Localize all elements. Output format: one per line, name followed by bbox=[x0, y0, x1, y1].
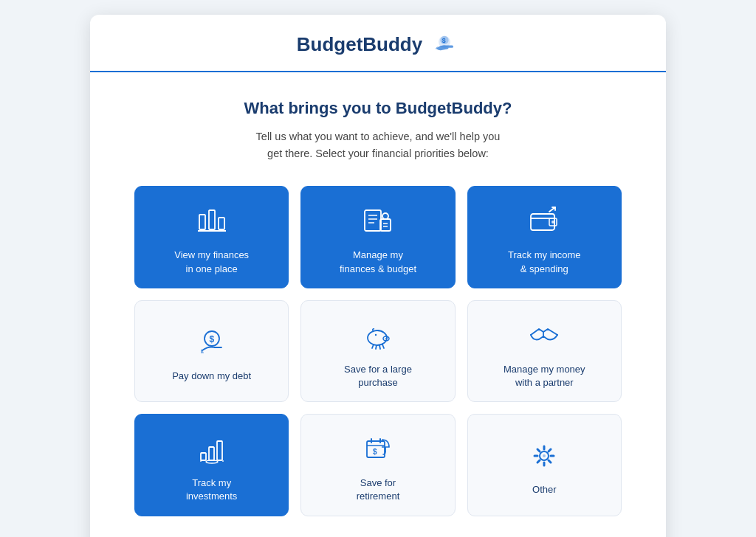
svg-rect-33 bbox=[209, 447, 214, 460]
svg-point-21 bbox=[368, 330, 387, 345]
app-window: BudgetBuddy $ What brings you to BudgetB… bbox=[90, 15, 666, 537]
card-view-finances[interactable]: View my financesin one place bbox=[134, 186, 289, 288]
svg-line-30 bbox=[382, 344, 384, 348]
handshake-icon bbox=[526, 317, 563, 354]
svg-rect-7 bbox=[365, 210, 381, 231]
investments-icon bbox=[193, 431, 230, 468]
page-title: What brings you to BudgetBuddy? bbox=[134, 99, 622, 118]
logo-text: BudgetBuddy bbox=[297, 33, 422, 56]
svg-line-52 bbox=[549, 460, 551, 462]
svg-rect-5 bbox=[219, 218, 224, 229]
card-save-purchase[interactable]: Save for a largepurchase bbox=[300, 300, 455, 402]
page-subtitle: Tell us what you want to achieve, and we… bbox=[134, 128, 622, 162]
card-save-purchase-label: Save for a largepurchase bbox=[344, 363, 412, 389]
card-manage-partner[interactable]: Manage my moneywith a partner bbox=[467, 300, 622, 402]
card-track-investments[interactable]: Track myinvestments bbox=[134, 414, 289, 516]
svg-text:$: $ bbox=[209, 334, 214, 344]
card-manage-budget-label: Manage myfinances & budget bbox=[340, 249, 416, 275]
svg-point-23 bbox=[385, 338, 386, 339]
retirement-icon: $ bbox=[360, 431, 396, 468]
svg-line-51 bbox=[537, 449, 540, 451]
svg-point-25 bbox=[375, 334, 377, 336]
card-view-finances-label: View my financesin one place bbox=[174, 249, 249, 275]
card-track-income-label: Track my income& spending bbox=[508, 249, 580, 275]
svg-rect-32 bbox=[201, 453, 206, 460]
card-save-retirement-label: Save forretirement bbox=[357, 477, 400, 503]
options-grid: View my financesin one place bbox=[134, 186, 622, 516]
card-manage-budget[interactable]: Manage myfinances & budget bbox=[300, 186, 455, 288]
svg-line-27 bbox=[372, 344, 374, 348]
app-header: BudgetBuddy $ bbox=[90, 15, 666, 72]
card-other[interactable]: Other bbox=[467, 414, 622, 516]
svg-text:$: $ bbox=[442, 37, 446, 44]
svg-point-35 bbox=[206, 460, 218, 463]
main-content: What brings you to BudgetBuddy? Tell us … bbox=[90, 72, 666, 537]
svg-point-17 bbox=[551, 221, 554, 224]
piggy-icon bbox=[360, 317, 396, 354]
gear-icon bbox=[526, 437, 563, 474]
debt-icon: $ bbox=[193, 324, 230, 361]
svg-rect-34 bbox=[217, 441, 222, 460]
chart-icon bbox=[193, 203, 230, 240]
svg-rect-15 bbox=[531, 214, 554, 230]
svg-line-53 bbox=[549, 449, 551, 451]
svg-rect-3 bbox=[199, 215, 205, 229]
svg-point-14 bbox=[382, 213, 388, 219]
svg-line-28 bbox=[376, 345, 377, 349]
card-manage-partner-label: Manage my moneywith a partner bbox=[504, 363, 585, 389]
svg-rect-11 bbox=[380, 219, 391, 231]
card-track-investments-label: Track myinvestments bbox=[186, 477, 237, 503]
svg-text:$: $ bbox=[373, 448, 377, 456]
budget-icon bbox=[360, 203, 396, 240]
card-pay-debt-label: Pay down my debt bbox=[172, 370, 251, 383]
card-other-label: Other bbox=[532, 483, 557, 496]
card-pay-debt[interactable]: $ Pay down my debt bbox=[134, 300, 289, 402]
svg-line-54 bbox=[537, 460, 540, 462]
svg-point-24 bbox=[386, 338, 388, 339]
card-save-retirement[interactable]: $ Save forretirement bbox=[300, 414, 455, 516]
svg-line-29 bbox=[379, 345, 380, 349]
card-track-income[interactable]: Track my income& spending bbox=[467, 186, 622, 288]
svg-rect-4 bbox=[209, 210, 215, 229]
wallet-icon bbox=[526, 203, 563, 240]
svg-point-46 bbox=[543, 454, 546, 457]
logo-icon: $ bbox=[430, 30, 459, 59]
